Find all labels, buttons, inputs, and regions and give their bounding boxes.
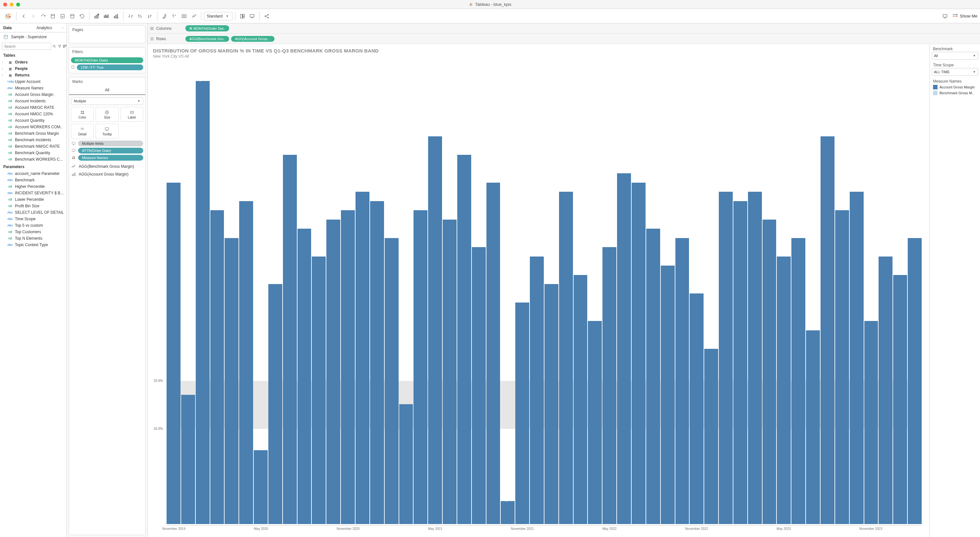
bar[interactable] bbox=[762, 219, 776, 524]
tab-analytics[interactable]: Analytics‹ bbox=[33, 23, 67, 32]
marks-label-button[interactable]: Label bbox=[121, 107, 143, 122]
bar[interactable] bbox=[617, 173, 631, 524]
duplicate-sheet-button[interactable] bbox=[102, 12, 111, 21]
parameter-item[interactable]: AbcSELECT LEVEL OF DETAIL bbox=[0, 209, 67, 216]
highlight-button[interactable] bbox=[160, 12, 169, 21]
label-button[interactable] bbox=[180, 12, 189, 21]
field-item[interactable]: =#Account Incidents bbox=[0, 98, 67, 104]
field-item[interactable]: =#Benchmark Incidents bbox=[0, 137, 67, 143]
marks-pill[interactable]: Measure Names bbox=[78, 155, 143, 160]
bar[interactable] bbox=[850, 192, 864, 524]
field-item[interactable]: =#Account NMGC 120% bbox=[0, 111, 67, 117]
presentation-button[interactable] bbox=[248, 12, 257, 21]
bar[interactable] bbox=[443, 219, 457, 524]
parameter-item[interactable]: =#Lower Percentile bbox=[0, 196, 67, 203]
table-item[interactable]: ›▦Returns bbox=[0, 72, 67, 78]
marks-agg-row[interactable]: AGG(Benchmark Gross Margin) bbox=[69, 163, 145, 170]
marks-pill[interactable]: ATTR(Order Date) bbox=[78, 148, 143, 154]
refresh-button[interactable] bbox=[78, 12, 86, 21]
bar[interactable] bbox=[355, 192, 369, 524]
bar[interactable]: 2.5% bbox=[501, 501, 515, 524]
clear-sheet-button[interactable] bbox=[111, 12, 121, 21]
sort-desc-button[interactable] bbox=[145, 12, 154, 21]
bar[interactable] bbox=[298, 229, 312, 524]
legend-item[interactable]: Account Gross Margin bbox=[932, 84, 978, 90]
view-options-icon[interactable] bbox=[63, 43, 67, 50]
filter-pill[interactable]: 12M / FT: True bbox=[77, 64, 143, 70]
bar[interactable] bbox=[908, 238, 922, 524]
table-item[interactable]: ›▦Orders bbox=[0, 59, 67, 65]
bar[interactable] bbox=[224, 238, 239, 524]
bar[interactable] bbox=[414, 210, 428, 524]
new-sheet-button[interactable] bbox=[92, 12, 101, 21]
rows-pill[interactable]: AGG(Benchmark Gro.. bbox=[185, 36, 229, 42]
bar[interactable] bbox=[864, 321, 878, 524]
parameter-item[interactable]: =#Top N Elements bbox=[0, 235, 67, 241]
show-me-button[interactable]: Show Me bbox=[952, 13, 977, 19]
bar[interactable] bbox=[341, 210, 355, 524]
bar[interactable] bbox=[268, 284, 282, 524]
bar[interactable] bbox=[806, 330, 820, 524]
search-input[interactable] bbox=[2, 43, 51, 50]
bar[interactable] bbox=[283, 155, 297, 524]
datasource-item[interactable]: Sample - Superstore bbox=[0, 32, 67, 41]
rows-shelf[interactable]: Rows AGG(Benchmark Gro..AGG(Account Gros… bbox=[148, 34, 980, 44]
marks-tooltip-button[interactable]: Tooltip bbox=[95, 124, 118, 138]
columns-shelf[interactable]: Columns ⊞MONTH(Order Dat.. bbox=[148, 23, 980, 34]
rows-pill[interactable]: AGG(Account Gross .. bbox=[231, 36, 274, 42]
field-item[interactable]: AbcMeasure Names bbox=[0, 85, 67, 91]
bar[interactable] bbox=[457, 155, 471, 524]
marks-type-select[interactable]: Multiple▼ bbox=[71, 97, 143, 105]
parameter-item[interactable]: =#Top Customers bbox=[0, 229, 67, 235]
publish-button[interactable] bbox=[940, 12, 950, 21]
bar[interactable] bbox=[312, 256, 326, 524]
bar[interactable] bbox=[544, 284, 558, 524]
bar[interactable] bbox=[181, 395, 195, 524]
bar[interactable] bbox=[370, 201, 384, 524]
bar[interactable] bbox=[559, 192, 573, 524]
field-item[interactable]: =#Benchmark Gross Margin bbox=[0, 130, 67, 137]
bar[interactable] bbox=[515, 302, 529, 524]
bar[interactable] bbox=[472, 247, 486, 524]
bar[interactable] bbox=[690, 294, 703, 524]
marks-size-button[interactable]: Size bbox=[95, 107, 118, 122]
marks-tab-all[interactable]: All bbox=[69, 86, 145, 95]
fit-selector[interactable]: Standard▼ bbox=[204, 12, 232, 21]
close-window-button[interactable] bbox=[3, 3, 7, 6]
save-button[interactable] bbox=[38, 12, 48, 21]
bar[interactable] bbox=[239, 201, 253, 524]
bar[interactable] bbox=[167, 183, 180, 524]
parameter-item[interactable]: AbcTop 5 vs custom bbox=[0, 222, 67, 229]
field-item[interactable]: =#Account WORKERS COM.. bbox=[0, 124, 67, 130]
marks-agg-row[interactable]: AGG(Account Gross Margin) bbox=[69, 170, 145, 178]
field-item[interactable]: =#Account Quantity bbox=[0, 117, 67, 124]
bar[interactable] bbox=[632, 183, 646, 524]
filters-shelf[interactable]: Filters MONTH(Order Date)12M / FT: True bbox=[69, 47, 145, 73]
field-item[interactable]: =#Benchmark Quantity bbox=[0, 149, 67, 156]
bar[interactable] bbox=[646, 229, 660, 524]
bar[interactable]: 48.0% bbox=[196, 81, 210, 524]
bar[interactable] bbox=[428, 137, 442, 524]
bar[interactable] bbox=[719, 192, 733, 524]
bar[interactable] bbox=[748, 192, 762, 524]
minimize-window-button[interactable] bbox=[10, 3, 14, 6]
visualization-area[interactable]: DISTRIBUTION OF GROSS MARGIN % IN TIME V… bbox=[148, 44, 929, 537]
save-datasource-button[interactable] bbox=[58, 12, 67, 21]
columns-pill[interactable]: ⊞MONTH(Order Dat.. bbox=[185, 25, 229, 32]
bar[interactable] bbox=[791, 238, 805, 524]
tableau-logo-icon[interactable] bbox=[5, 13, 12, 20]
parameter-item[interactable]: Abcaccount_name Parameter bbox=[0, 170, 67, 177]
bar[interactable] bbox=[588, 321, 602, 524]
bar[interactable] bbox=[385, 238, 399, 524]
bar[interactable] bbox=[878, 256, 892, 524]
bar[interactable] bbox=[326, 219, 340, 524]
field-item[interactable]: =#Benchmark WORKERS C... bbox=[0, 156, 67, 163]
marks-pill[interactable]: Multiple fields bbox=[78, 141, 143, 146]
bar[interactable] bbox=[675, 238, 689, 524]
bar[interactable] bbox=[574, 275, 587, 524]
bar[interactable] bbox=[661, 265, 675, 524]
show-cards-button[interactable] bbox=[238, 12, 247, 21]
bar[interactable] bbox=[530, 256, 544, 524]
back-button[interactable] bbox=[19, 12, 28, 21]
parameter-item[interactable]: AbcTopic Context Type bbox=[0, 241, 67, 248]
